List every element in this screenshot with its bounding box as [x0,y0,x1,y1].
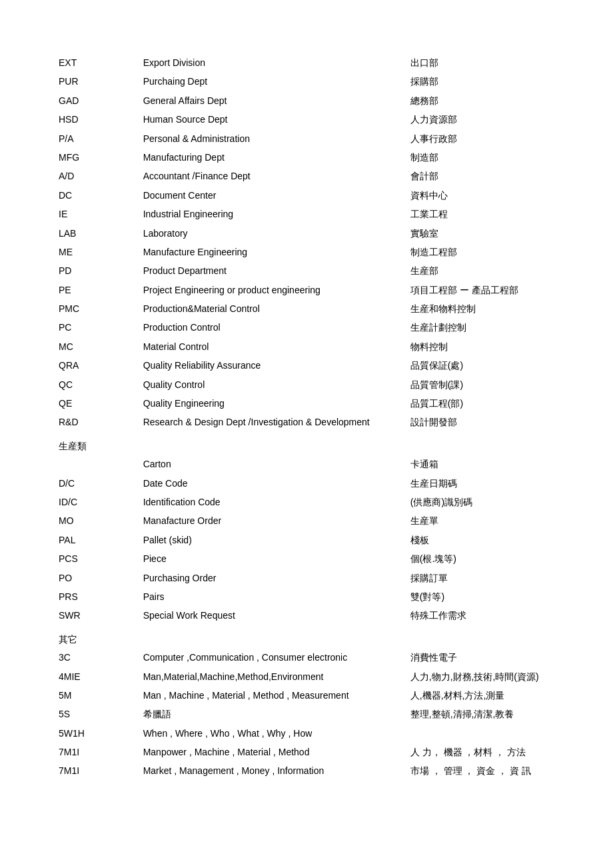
table-row: QEQuality Engineering品質工程(部) [53,394,560,413]
table-row: P/APersonal & Administration人事行政部 [53,129,560,148]
table-row: 5S希臘語整理,整頓,清掃,清潔,教養 [53,705,560,723]
main-table: EXTExport Division出口部PURPurchaing Dept採購… [53,53,560,781]
chinese-cell: 人力資源部 [405,110,560,129]
english-cell: Laboratory [138,224,405,243]
table-row: 7M1IMarket , Management , Money , Inform… [53,761,560,780]
chinese-cell: 整理,整頓,清掃,清潔,教養 [405,705,560,723]
english-cell: Piece [138,549,405,568]
abbreviation-cell: PD [53,261,138,280]
english-cell: Quality Engineering [138,394,405,413]
abbreviation-cell: PC [53,318,138,337]
english-cell: Purchaing Dept [138,72,405,91]
english-cell: Accountant /Finance Dept [138,167,405,185]
abbreviation-cell: QRA [53,356,138,375]
english-cell: Research & Design Dept /Investigation & … [138,413,405,431]
section-header: 生産類 [53,437,560,455]
table-row: PCSPiece個(根.塊等) [53,549,560,568]
abbreviation-cell: DC [53,186,138,205]
chinese-cell: 物料控制 [405,337,560,356]
chinese-cell: 總務部 [405,91,560,110]
english-cell: Purchasing Order [138,569,405,587]
abbreviation-cell: P/A [53,129,138,148]
table-row [53,625,560,631]
abbreviation-cell: 3C [53,648,138,667]
chinese-cell: 出口部 [405,53,560,72]
table-row: GADGeneral Affairs Dept總務部 [53,91,560,110]
abbreviation-cell: QE [53,394,138,413]
chinese-cell: 生産和物料控制 [405,299,560,318]
table-row: LABLaboratory實驗室 [53,224,560,243]
abbreviation-cell: 5W1H [53,724,138,743]
chinese-cell: 特殊工作需求 [405,606,560,625]
english-cell: Manufacturing Dept [138,148,405,167]
table-row: PDProduct Department生産部 [53,261,560,280]
abbreviation-cell: SWR [53,606,138,625]
abbreviation-cell: MO [53,511,138,530]
section-header: 其它 [53,631,560,648]
abbreviation-cell: GAD [53,91,138,110]
table-row: 生産類 [53,437,560,455]
english-cell: Carton [138,455,405,473]
chinese-cell: 品質管制(課) [405,375,560,394]
chinese-cell: 制造工程部 [405,243,560,261]
table-row: PURPurchaing Dept採購部 [53,72,560,91]
abbreviation-cell: A/D [53,167,138,185]
abbreviation-cell: PE [53,281,138,299]
english-cell: 希臘語 [138,705,405,723]
abbreviation-cell: PAL [53,531,138,549]
english-cell: Production&Material Control [138,299,405,318]
chinese-cell: 棧板 [405,531,560,549]
english-cell: Manpower , Machine , Material , Method [138,743,405,761]
abbreviation-cell: PUR [53,72,138,91]
english-cell: Man , Machine , Material , Method , Meas… [138,686,405,705]
chinese-cell: 生産部 [405,261,560,280]
table-row: 4MIEMan,Material,Machine,Method,Environm… [53,667,560,686]
chinese-cell: (供應商)識別碼 [405,493,560,511]
abbreviation-cell: 7M1I [53,743,138,761]
chinese-cell: 制造部 [405,148,560,167]
chinese-cell: 生産計劃控制 [405,318,560,337]
table-row: ID/CIdentification Code(供應商)識別碼 [53,493,560,511]
table-row: HSDHuman Source Dept人力資源部 [53,110,560,129]
english-cell: Pairs [138,587,405,606]
chinese-cell: 實驗室 [405,224,560,243]
english-cell: Human Source Dept [138,110,405,129]
table-row: D/CDate Code生産日期碼 [53,474,560,493]
table-row: 其它 [53,631,560,648]
english-cell: Computer ,Communication , Consumer elect… [138,648,405,667]
english-cell: Identification Code [138,493,405,511]
abbreviation-cell: PCS [53,549,138,568]
table-row: PMCProduction&Material Control生産和物料控制 [53,299,560,318]
table-row: QCQuality Control品質管制(課) [53,375,560,394]
table-row: IEIndustrial Engineering工業工程 [53,205,560,223]
english-cell: Special Work Request [138,606,405,625]
table-row: PCProduction Control生産計劃控制 [53,318,560,337]
abbreviation-cell: PMC [53,299,138,318]
english-cell: When , Where , Who , What , Why , How [138,724,405,743]
english-cell: Manufacture Engineering [138,243,405,261]
abbreviation-cell: PRS [53,587,138,606]
english-cell: Production Control [138,318,405,337]
abbreviation-cell: EXT [53,53,138,72]
table-row: 5MMan , Machine , Material , Method , Me… [53,686,560,705]
table-row: A/DAccountant /Finance Dept會計部 [53,167,560,185]
english-cell: Market , Management , Money , Informatio… [138,761,405,780]
english-cell: Product Department [138,261,405,280]
table-row: PEProject Engineering or product enginee… [53,281,560,299]
table-row: SWRSpecial Work Request特殊工作需求 [53,606,560,625]
table-row: EXTExport Division出口部 [53,53,560,72]
table-row: 7M1IManpower , Machine , Material , Meth… [53,743,560,761]
abbreviation-cell: 5M [53,686,138,705]
english-cell: Document Center [138,186,405,205]
chinese-cell: 個(根.塊等) [405,549,560,568]
abbreviation-cell [53,455,138,473]
abbreviation-cell: MC [53,337,138,356]
abbreviation-cell: ME [53,243,138,261]
chinese-cell: 資料中心 [405,186,560,205]
abbreviation-cell: MFG [53,148,138,167]
chinese-cell: 設計開發部 [405,413,560,431]
abbreviation-cell: D/C [53,474,138,493]
chinese-cell: 項目工程部 ー 產品工程部 [405,281,560,299]
table-row: 3CComputer ,Communication , Consumer ele… [53,648,560,667]
english-cell: Date Code [138,474,405,493]
